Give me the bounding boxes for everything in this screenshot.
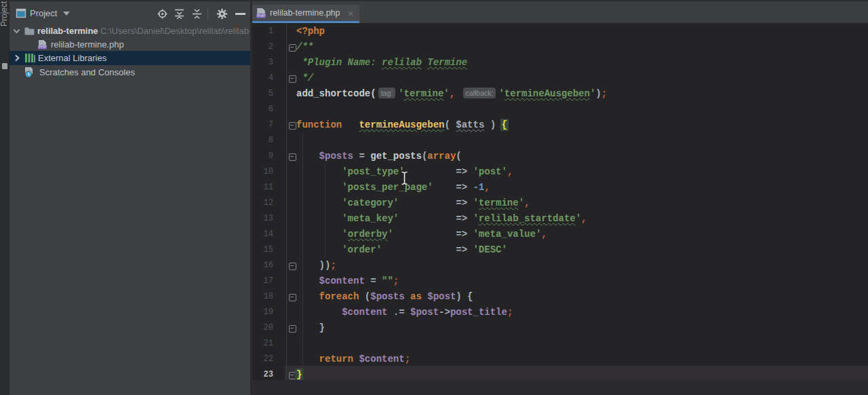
svg-text:PHP: PHP xyxy=(257,14,265,18)
svg-text:PHP: PHP xyxy=(39,45,47,49)
